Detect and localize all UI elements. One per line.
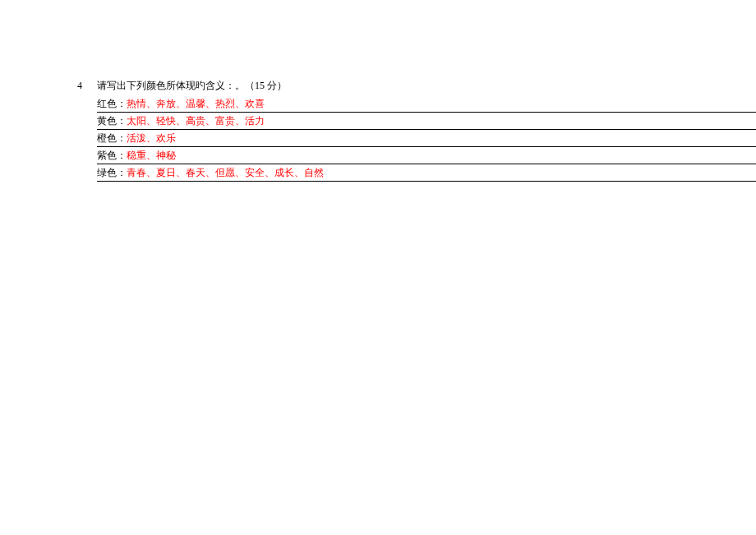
question-block: 4 请写出下列颜色所体现旳含义：。（15 分） 红色：热情、奔放、温馨、热烈、欢… <box>77 77 756 182</box>
answer-line-orange: 橙色：活泼、欢乐 <box>97 130 756 147</box>
answer-text-yellow: 太阳、轻快、高贵、富贵、活力 <box>127 115 265 127</box>
question-prompt: 请写出下列颜色所体现旳含义：。（15 分） <box>97 77 756 94</box>
color-label-yellow: 黄色： <box>97 115 127 127</box>
answer-text-red: 热情、奔放、温馨、热烈、欢喜 <box>127 98 265 109</box>
answer-line-red: 红色：热情、奔放、温馨、热烈、欢喜 <box>97 95 756 113</box>
answer-text-green: 青春、夏日、春天、但愿、安全、成长、自然 <box>127 167 324 178</box>
question-number: 4 <box>77 77 97 94</box>
answer-line-purple: 紫色：稳重、神秘 <box>97 147 756 164</box>
answer-line-yellow: 黄色：太阳、轻快、高贵、富贵、活力 <box>97 113 756 130</box>
answer-text-orange: 活泼、欢乐 <box>127 132 176 144</box>
answer-line-green: 绿色：青春、夏日、春天、但愿、安全、成长、自然 <box>97 164 756 182</box>
color-label-orange: 橙色： <box>97 132 127 144</box>
answer-text-purple: 稳重、神秘 <box>127 150 176 161</box>
color-label-green: 绿色： <box>97 167 127 178</box>
color-label-red: 红色： <box>97 98 127 109</box>
color-label-purple: 紫色： <box>97 150 127 161</box>
question-content: 请写出下列颜色所体现旳含义：。（15 分） 红色：热情、奔放、温馨、热烈、欢喜 … <box>97 77 756 182</box>
